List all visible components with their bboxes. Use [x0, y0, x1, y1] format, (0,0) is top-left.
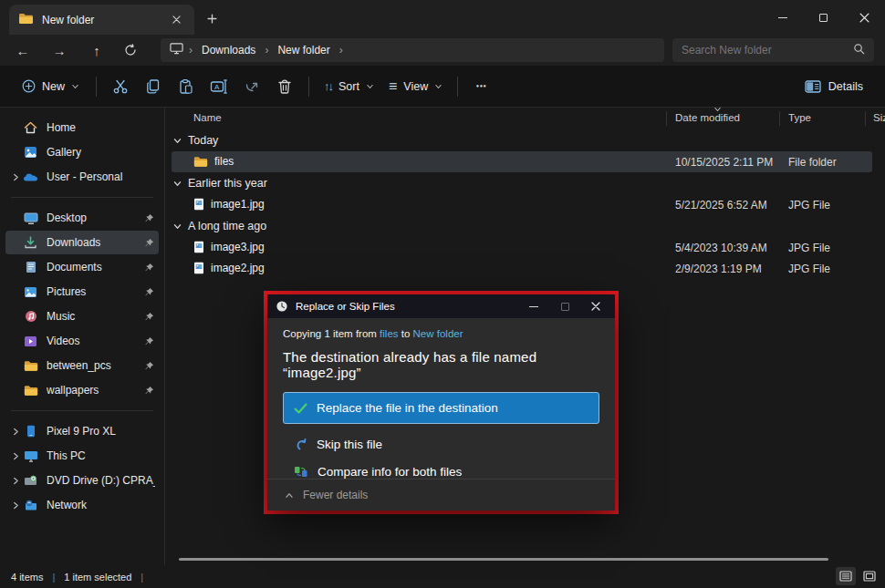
expand-chevron-icon[interactable] — [9, 477, 23, 485]
source-folder-link[interactable]: files — [380, 328, 398, 339]
search-input[interactable] — [682, 44, 853, 57]
paste-button[interactable] — [170, 72, 203, 101]
chevron-down-icon — [71, 84, 79, 89]
forward-button[interactable]: → — [47, 39, 71, 61]
dialog-maximize-button[interactable] — [549, 295, 580, 317]
expand-chevron-icon[interactable] — [9, 428, 23, 436]
maximize-icon — [819, 14, 828, 22]
file-row-image1[interactable]: image1.jpg 5/21/2025 6:52 AM JPG File — [166, 194, 885, 215]
sidebar-item-dvd-drive[interactable]: DVD Drive (D:) CPRA_X64FRE_ — [5, 469, 159, 492]
sidebar-item-network[interactable]: Network — [5, 493, 159, 517]
sidebar-item-desktop[interactable]: Desktop — [5, 206, 159, 230]
explorer-tab[interactable]: New folder — [9, 5, 194, 35]
new-plus-icon — [22, 79, 36, 93]
tab-close-icon[interactable] — [167, 11, 185, 29]
details-pane-icon — [805, 80, 821, 93]
paste-icon — [178, 78, 194, 95]
refresh-button[interactable] — [119, 39, 142, 61]
share-button[interactable] — [235, 72, 268, 101]
sidebar-item-music[interactable]: Music — [5, 304, 159, 328]
titlebar: New folder — [0, 0, 885, 35]
items-count: 4 items — [11, 572, 43, 583]
copy-button[interactable] — [137, 72, 170, 101]
rename-button[interactable]: A — [203, 72, 235, 101]
sort-button[interactable]: ↑↓ Sort — [317, 72, 381, 101]
selected-count: 1 item selected — [64, 572, 131, 583]
details-view-toggle[interactable] — [836, 567, 856, 585]
sidebar-item-label: User - Personal — [47, 170, 155, 183]
group-label: Earlier this year — [188, 177, 267, 190]
sidebar-item-downloads[interactable]: Downloads — [5, 231, 159, 254]
address-bar[interactable]: › Downloads › New folder › — [161, 38, 664, 62]
new-tab-button[interactable] — [201, 8, 223, 28]
replace-file-option[interactable]: Replace the file in the destination — [283, 392, 599, 424]
refresh-icon — [124, 44, 137, 57]
breadcrumb-downloads[interactable]: Downloads — [198, 44, 259, 57]
sidebar-item-pixel-phone[interactable]: Pixel 9 Pro XL — [5, 419, 159, 443]
delete-button[interactable] — [268, 72, 301, 101]
sidebar-item-pictures[interactable]: Pictures — [5, 280, 159, 304]
back-button[interactable]: ← — [11, 39, 35, 61]
expand-chevron-icon[interactable] — [9, 173, 23, 181]
replace-or-skip-dialog: Replace or Skip Files Copying 1 item fro… — [267, 294, 615, 511]
destination-folder-link[interactable]: New folder — [413, 328, 463, 339]
view-button[interactable]: ≡ View — [381, 72, 450, 101]
compare-files-option[interactable]: Compare info for both files — [283, 465, 599, 479]
fewer-details-label: Fewer details — [303, 489, 368, 501]
breadcrumb-new-folder[interactable]: New folder — [274, 44, 333, 57]
sidebar-item-home[interactable]: Home — [5, 116, 159, 139]
check-icon — [294, 403, 307, 414]
sidebar-item-documents[interactable]: Documents — [5, 255, 159, 279]
column-header-date[interactable]: Date modified — [675, 112, 740, 123]
pin-icon — [142, 263, 155, 273]
sidebar-item-wallpapers[interactable]: wallpapers — [5, 378, 159, 402]
group-header-today[interactable]: Today — [166, 129, 885, 151]
cut-button[interactable] — [104, 72, 137, 101]
column-header-size[interactable]: Size — [873, 112, 885, 123]
dialog-close-button[interactable] — [580, 295, 611, 317]
dialog-minimize-button[interactable] — [518, 295, 549, 317]
file-row-image3[interactable]: image3.jpg 5/4/2023 10:39 AM JPG File — [166, 237, 885, 258]
more-options-button[interactable]: ●●● — [465, 72, 496, 101]
close-button[interactable] — [844, 0, 885, 35]
sidebar-item-label: Documents — [47, 261, 142, 273]
expand-chevron-icon[interactable] — [9, 501, 23, 510]
icons-view-toggle[interactable] — [859, 567, 880, 585]
sidebar-item-between-pcs[interactable]: between_pcs — [5, 354, 159, 377]
compare-option-label: Compare info for both files — [318, 465, 462, 479]
maximize-button[interactable] — [803, 0, 844, 35]
column-header-type[interactable]: Type — [788, 112, 811, 123]
skip-file-option[interactable]: Skip this file — [283, 438, 599, 451]
minimize-button[interactable] — [762, 0, 803, 35]
network-icon — [23, 498, 38, 512]
file-row-image2[interactable]: image2.jpg 2/9/2023 1:19 PM JPG File — [166, 258, 885, 279]
icons-view-icon — [863, 571, 876, 582]
skip-option-label: Skip this file — [317, 438, 382, 451]
sidebar-item-videos[interactable]: Videos — [5, 329, 159, 353]
pictures-icon — [23, 284, 38, 299]
toolbar-divider — [308, 77, 309, 97]
search-box[interactable] — [672, 38, 874, 62]
compare-files-icon — [294, 465, 308, 479]
sidebar-item-user-personal[interactable]: User - Personal — [5, 165, 159, 189]
tab-title: New folder — [42, 14, 167, 26]
new-button[interactable]: New — [13, 72, 88, 101]
chevron-down-icon — [366, 84, 374, 89]
group-header-a-long-time-ago[interactable]: A long time ago — [166, 215, 885, 237]
delete-icon — [277, 78, 292, 95]
horizontal-scrollbar[interactable] — [179, 558, 828, 561]
dialog-titlebar: Replace or Skip Files — [267, 294, 615, 318]
sidebar-item-this-pc[interactable]: This PC — [5, 444, 159, 468]
downloads-icon — [23, 235, 38, 250]
details-button-label: Details — [828, 80, 863, 93]
sidebar-item-label: Network — [47, 499, 155, 511]
fewer-details-toggle[interactable]: Fewer details — [267, 479, 615, 511]
details-pane-button[interactable]: Details — [796, 72, 872, 101]
expand-chevron-icon[interactable] — [9, 452, 23, 460]
up-button[interactable]: ↑ — [85, 39, 109, 61]
file-row-files[interactable]: files 10/15/2025 2:11 PM File folder — [166, 151, 885, 172]
conflict-message: The destination already has a file named… — [283, 349, 599, 380]
group-header-earlier-this-year[interactable]: Earlier this year — [166, 172, 885, 194]
column-header-name[interactable]: Name — [193, 112, 222, 123]
sidebar-item-gallery[interactable]: Gallery — [5, 140, 159, 164]
